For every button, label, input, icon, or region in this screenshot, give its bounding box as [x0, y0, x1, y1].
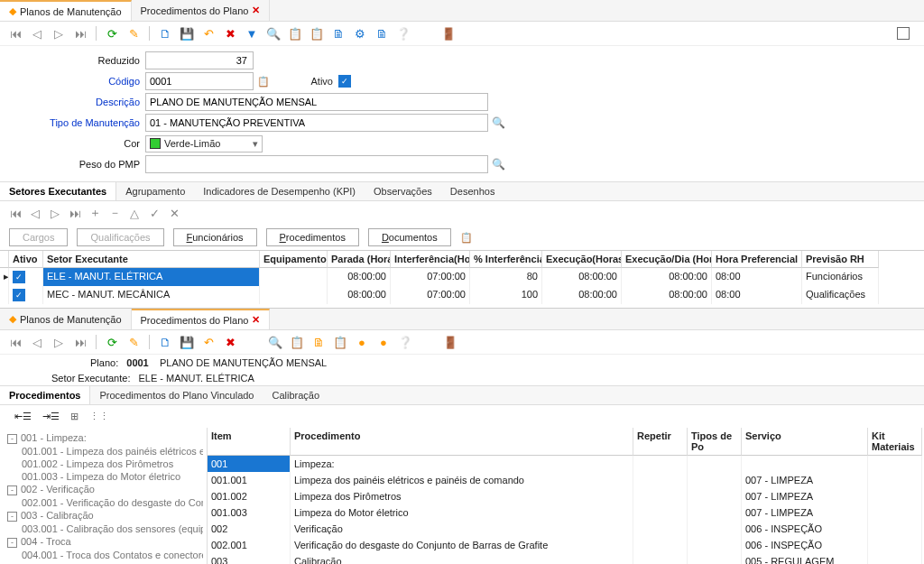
first-icon[interactable]: ⏮ — [7, 25, 23, 42]
tree-node[interactable]: 002.001 - Verificação do desgaste do Con… — [4, 496, 203, 509]
col-setor[interactable]: Setor Executante — [43, 251, 260, 268]
opts-icon[interactable]: ⋮⋮ — [89, 411, 109, 422]
funcionarios-button[interactable]: Funcionários — [173, 228, 257, 246]
refresh-icon[interactable]: ⟳ — [104, 25, 120, 42]
delete-icon[interactable]: ✖ — [222, 334, 238, 350]
col-kit[interactable]: Kit Materiais — [868, 428, 922, 456]
undo-icon[interactable]: ↶ — [200, 25, 217, 42]
help-icon[interactable]: ❔ — [397, 334, 413, 350]
next-icon[interactable]: ▷ — [47, 205, 63, 221]
prev-icon[interactable]: ◁ — [29, 334, 45, 350]
gear-icon[interactable]: ⚙ — [352, 25, 368, 42]
add-icon[interactable]: ＋ — [87, 205, 103, 221]
tool3-icon[interactable]: ● — [354, 334, 370, 350]
table-row[interactable]: 001.003 Limpeza do Motor életrico 007 - … — [208, 504, 924, 521]
ativo-check[interactable]: ✓ — [13, 271, 25, 283]
tree-node[interactable]: 003.001 - Calibração dos sensores (equip… — [4, 522, 203, 535]
search-icon[interactable]: 🔍 — [265, 25, 282, 42]
table-row[interactable]: 002 Verificação 006 - INSPEÇÃO — [208, 521, 924, 537]
tree-node[interactable]: -001 - Limpeza: — [4, 431, 203, 445]
col-proc[interactable]: Procedimento — [291, 428, 633, 456]
col-pinterf[interactable]: % Interferência — [470, 251, 542, 268]
tree-node[interactable]: 004.001 - Troca dos Contatos e conectore… — [4, 549, 203, 561]
new-icon[interactable]: 🗋 — [157, 334, 173, 350]
tool3-icon[interactable]: 🗎 — [330, 25, 346, 42]
next-icon[interactable]: ▷ — [51, 25, 67, 42]
exit-icon[interactable]: 🚪 — [442, 334, 458, 350]
descricao-input[interactable] — [145, 93, 488, 111]
col-rep[interactable]: Repetir — [633, 428, 688, 456]
col-parada[interactable]: Parada (Hora — [328, 251, 391, 268]
table-row[interactable]: 002.001 Verificação do desgaste do Conju… — [208, 537, 924, 553]
new-icon[interactable]: 🗋 — [157, 25, 173, 42]
refresh-icon[interactable]: ⟳ — [104, 334, 120, 350]
peso-input[interactable] — [145, 155, 488, 173]
subtab-agrup[interactable]: Agrupamento — [116, 182, 194, 200]
delete-icon[interactable]: ✖ — [222, 25, 238, 42]
remove-icon[interactable]: － — [106, 205, 123, 221]
col-item[interactable]: Item — [208, 428, 291, 456]
tree-node[interactable]: -002 - Verificação — [4, 483, 203, 496]
up-icon[interactable]: △ — [126, 205, 143, 221]
proc-tree[interactable]: -001 - Limpeza:001.001 - Limpeza dos pai… — [0, 428, 208, 564]
reduzido-input[interactable] — [145, 51, 254, 69]
tool4-icon[interactable]: 🗎 — [374, 25, 390, 42]
ativo-check[interactable]: ✓ — [13, 289, 25, 301]
tab-procedimentos[interactable]: Procedimentos do Plano ✕ — [132, 0, 271, 21]
subtab-setores[interactable]: Setores Executantes — [0, 182, 116, 200]
prev-icon[interactable]: ◁ — [27, 205, 43, 221]
confirm-icon[interactable]: ✓ — [146, 205, 162, 221]
filter-icon[interactable]: ▼ — [244, 25, 260, 42]
subtab-obs[interactable]: Observações — [365, 182, 441, 200]
col-equip[interactable]: Equipamento — [260, 251, 328, 268]
first-icon[interactable]: ⏮ — [7, 205, 23, 221]
indent-icon[interactable]: ⇥☰ — [42, 411, 60, 422]
cor-select[interactable]: Verde-Limão ▾ — [145, 135, 263, 153]
table-row[interactable]: 001 Limpeza: — [208, 456, 924, 472]
table-row[interactable]: 003 Calibração 005 - REGULAGEM — [208, 553, 924, 564]
col-ativo[interactable]: Ativo — [9, 251, 43, 268]
help-icon[interactable]: ❔ — [395, 25, 411, 42]
proctab-vinc[interactable]: Procedimentos do Plano Vinculado — [90, 386, 263, 404]
subtab-des[interactable]: Desenhos — [441, 182, 504, 200]
inner-tab-planos[interactable]: ◆ Planos de Manutenção — [0, 309, 132, 329]
col-exec[interactable]: Execução(Horas) — [542, 251, 622, 268]
tool1-icon[interactable]: 📋 — [289, 334, 305, 350]
first-icon[interactable]: ⏮ — [7, 334, 23, 350]
outdent-icon[interactable]: ⇤☰ — [14, 411, 32, 422]
tool2-icon[interactable]: 🗎 — [310, 334, 327, 350]
tree-node[interactable]: 001.002 - Limpeza dos Pirômetros — [4, 458, 203, 470]
col-interf[interactable]: Interferência(Horas — [391, 251, 470, 268]
table-row[interactable]: 001.001 Limpeza dos painéis elétricos e … — [208, 472, 924, 488]
search-icon[interactable]: 🔍 — [267, 334, 283, 350]
table-row[interactable]: ▸ ✓ ELE - MANUT. ELÉTRICA 08:00:00 07:00… — [0, 268, 924, 286]
col-serv[interactable]: Serviço — [742, 428, 868, 456]
col-hora[interactable]: Hora Preferencial — [712, 251, 802, 268]
save-icon[interactable]: 💾 — [179, 25, 195, 42]
maximize-check[interactable] — [897, 27, 910, 40]
tool4-icon[interactable]: ● — [375, 334, 392, 350]
col-tipo[interactable]: Tipos de Po — [688, 428, 742, 456]
prev-icon[interactable]: ◁ — [29, 25, 45, 42]
cancel-icon[interactable]: ✕ — [166, 205, 182, 221]
col-prev[interactable]: Previsão RH — [802, 251, 879, 268]
exit-icon[interactable]: 🚪 — [440, 25, 457, 42]
procedimentos-button[interactable]: Procedimentos — [266, 228, 359, 246]
tab-planos[interactable]: ◆ Planos de Manutenção — [0, 0, 132, 21]
proctab-proc[interactable]: Procedimentos — [0, 386, 90, 404]
undo-icon[interactable]: ↶ — [200, 334, 217, 350]
close-icon[interactable]: ✕ — [252, 5, 260, 16]
codigo-input[interactable] — [145, 72, 254, 90]
subtab-kpi[interactable]: Indicadores de Desempenho (KPI) — [194, 182, 365, 200]
last-icon[interactable]: ⏭ — [67, 205, 83, 221]
search-icon[interactable]: 🔍 — [492, 158, 505, 171]
proctab-calib[interactable]: Calibração — [263, 386, 329, 404]
copy-icon[interactable]: 📋 — [257, 76, 270, 88]
last-icon[interactable]: ⏭ — [72, 334, 88, 350]
edit-icon[interactable]: ✎ — [125, 25, 142, 42]
next-icon[interactable]: ▷ — [51, 334, 67, 350]
close-icon[interactable]: ✕ — [252, 314, 260, 326]
edit-icon[interactable]: ✎ — [125, 334, 142, 350]
col-exedia[interactable]: Execução/Dia (Horas) — [622, 251, 712, 268]
ativo-checkbox[interactable]: ✓ — [338, 75, 351, 88]
